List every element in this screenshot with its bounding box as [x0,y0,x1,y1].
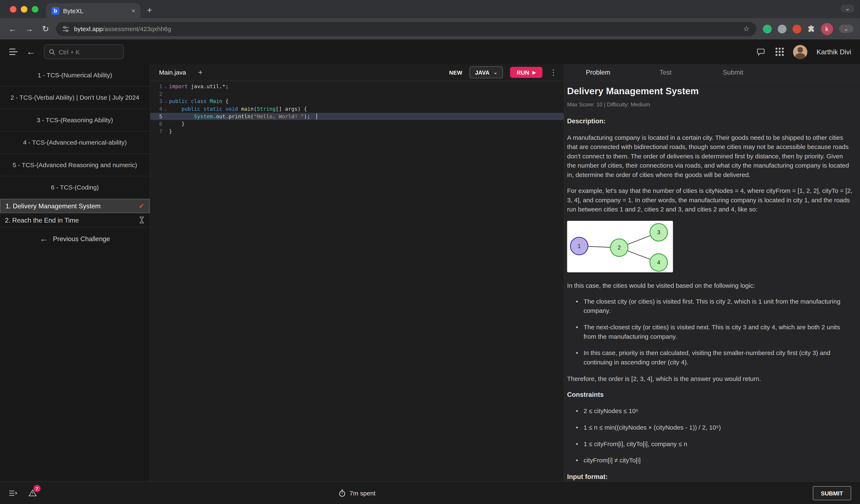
svg-text:3: 3 [657,229,660,236]
main-content: 1 - TCS-(Numerical Ability)2 - TCS-(Verb… [0,64,860,481]
code-line[interactable]: 3⌄public class Main { [150,98,564,105]
warning-count-badge: 7 [33,485,41,492]
fold-icon [162,120,169,128]
menu-icon[interactable] [9,48,18,55]
sidebar-section-item[interactable]: 6 - TCS-(Coding) [0,176,150,199]
constraint-item: 2 ≤ cityNodes ≤ 10⁵ [576,406,853,416]
line-text: } [169,128,172,135]
line-number: 5 [150,113,162,120]
code-line[interactable]: 2 [150,90,564,98]
tab-search-button[interactable]: ⌄ [841,4,855,13]
line-text: import java.util.*; [169,83,229,90]
hourglass-icon [139,217,145,224]
code-editor: Main.java + NEW JAVA ⌄ RUN ▶ ⋮ 1⌄import … [150,64,564,481]
left-arrow-icon: ← [40,234,48,243]
fold-icon[interactable]: ⌄ [162,83,169,90]
sidebar-section-item[interactable]: 5 - TCS-(Advanced Reasoning and numeric) [0,154,150,177]
sidebar-section-item[interactable]: 4 - TCS-(Advanced-numerical-ability) [0,131,150,154]
line-number: 1 [150,83,162,90]
input-format-heading: Input format: [567,472,853,481]
code-area[interactable]: 1⌄import java.util.*;23⌄public class Mai… [150,81,564,481]
panel-tab-submit[interactable]: Submit [699,64,767,81]
code-line[interactable]: 6 } [150,120,564,128]
problem-content: Delivery Management System Max Score: 10… [564,81,860,481]
sidebar-section-item[interactable]: 2 - TCS-(Verbal Ability) | Don't Use | J… [0,87,150,109]
footer-left: 7 [9,489,37,496]
hourglass-icon [139,217,145,224]
code-line[interactable]: 7} [150,128,564,135]
line-number: 3 [150,98,162,105]
search-input[interactable] [59,48,119,55]
extension-icon-2[interactable] [778,25,786,33]
file-tab-main-java[interactable]: Main.java [150,64,195,81]
sidebar-section-item[interactable]: 3 - TCS-(Reasoning Ability) [0,109,150,132]
console-toggle-icon[interactable] [9,490,17,496]
code-line[interactable]: 4⌄ public static void main(String[] args… [150,105,564,113]
warnings-indicator[interactable]: 7 [28,489,37,496]
previous-challenge-button[interactable]: ← Previous Challenge [0,234,150,243]
line-text: public static void main(String[] args) { [169,105,307,113]
submit-button[interactable]: SUBMIT [813,486,851,500]
minimize-window-button[interactable] [21,6,27,12]
browser-menu-chip[interactable]: ⌄ [839,25,853,33]
sidebar-section-item[interactable]: 1 - TCS-(Numerical Ability) [0,64,150,87]
editor-menu-icon[interactable]: ⋮ [550,68,557,77]
panel-tab-problem[interactable]: Problem [564,64,632,81]
assessment-sidebar: 1 - TCS-(Numerical Ability)2 - TCS-(Verb… [0,64,150,481]
browser-reload-button[interactable]: ↻ [40,24,52,34]
user-avatar[interactable] [793,45,807,59]
fold-icon[interactable]: ⌄ [162,105,169,113]
apps-grid-icon[interactable] [775,48,784,56]
sidebar-problem-item[interactable]: 2. Reach the End in Time [0,213,150,227]
panel-tab-bar: ProblemTestSubmit [564,64,860,81]
fold-icon [162,113,169,120]
extensions-puzzle-icon[interactable] [807,25,815,33]
problem-meta: Max Score: 10 | Difficulty: Medium [567,100,853,109]
bookmark-star-icon[interactable]: ☆ [743,25,749,33]
time-spent: 7m spent [339,489,376,497]
url-domain: bytexl.app [74,26,103,32]
browser-toolbar: ← → ↻ bytexl.app/assessment/423qxhh6g ☆ … [0,18,860,40]
close-tab-icon[interactable]: × [131,7,135,14]
fold-icon[interactable]: ⌄ [162,98,169,105]
close-window-button[interactable] [10,6,16,12]
code-line[interactable]: 5 System.out.println("Hello, World! "); [150,113,564,120]
chevron-down-icon: ⌄ [493,70,498,75]
logic-bullet-item: The closest city (or cities) is visited … [576,297,853,315]
logic-bullet-list: The closest city (or cities) is visited … [576,297,853,367]
panel-tab-test[interactable]: Test [632,64,699,81]
previous-challenge-label: Previous Challenge [53,235,110,242]
fold-icon [162,90,169,98]
city-graph-image: 1234 [567,221,673,272]
browser-profile-avatar[interactable]: k [821,23,833,35]
add-file-button[interactable]: + [195,68,206,77]
stopwatch-icon [339,489,346,497]
new-tab-button[interactable]: + [147,5,152,15]
sidebar-problem-item[interactable]: 1. Delivery Management System✓ [0,199,150,213]
back-button[interactable]: ← [26,46,36,57]
search-box[interactable] [44,44,124,59]
editor-controls: NEW JAVA ⌄ RUN ▶ ⋮ [449,66,557,78]
check-icon: ✓ [139,202,144,210]
extension-icon-3[interactable] [792,25,801,33]
code-line[interactable]: 1⌄import java.util.*; [150,83,564,90]
browser-tab[interactable]: b ByteXL × [46,3,140,18]
browser-tab-title: ByteXL [63,7,128,14]
assessment-footer: 7 7m spent SUBMIT [0,481,860,504]
app-header: ← Karthik Divi [0,40,860,64]
browser-extensions: k ⌄ [760,23,853,35]
logic-bullet-item: In this case, priority is then calculate… [576,349,853,367]
editor-tab-bar: Main.java + NEW JAVA ⌄ RUN ▶ ⋮ [150,64,564,81]
order-note: Therefore, the order is [2, 3, 4], which… [567,374,853,384]
site-info-icon[interactable] [62,26,69,32]
run-button[interactable]: RUN ▶ [510,67,542,78]
zoom-window-button[interactable] [32,6,38,12]
language-selector[interactable]: JAVA ⌄ [470,66,503,78]
browser-back-button[interactable]: ← [6,24,19,33]
new-badge: NEW [449,69,462,75]
chat-icon[interactable] [756,47,766,56]
browser-forward-button[interactable]: → [23,24,35,33]
address-bar[interactable]: bytexl.app/assessment/423qxhh6g ☆ [56,22,756,36]
extension-icon-1[interactable] [763,25,772,33]
constraint-item: 1 ≤ cityFrom[i], cityTo[i], company ≤ n [576,440,853,449]
